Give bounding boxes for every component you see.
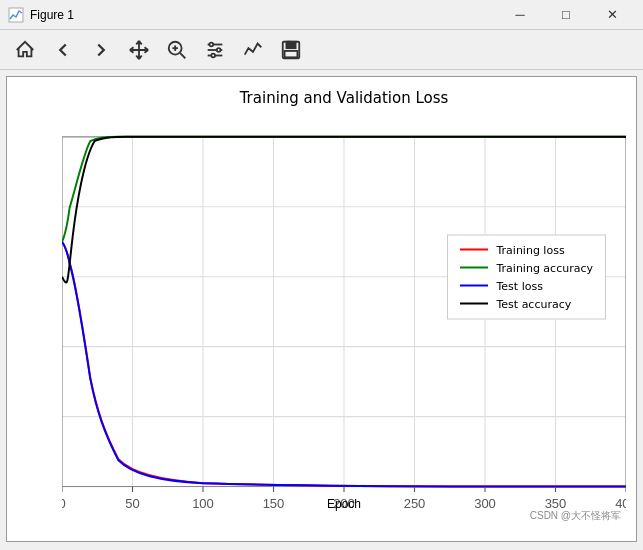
close-button[interactable]: ✕ [589,0,635,30]
save-button[interactable] [274,34,308,66]
svg-rect-13 [285,50,298,56]
legend-label-test-loss: Test loss [496,279,542,292]
legend-item-test-loss: Test loss [460,279,593,292]
back-icon [52,39,74,61]
svg-text:300: 300 [474,496,496,511]
legend-item-test-accuracy: Test accuracy [460,297,593,310]
svg-text:250: 250 [404,496,426,511]
legend-label-training-loss: Training loss [496,243,564,256]
svg-text:100: 100 [192,496,214,511]
pan-button[interactable] [122,34,156,66]
chart-legend: Training loss Training accuracy Test los… [447,234,606,319]
legend-line-training-loss [460,249,488,251]
legend-line-training-accuracy [460,267,488,269]
home-button[interactable] [8,34,42,66]
legend-item-training-accuracy: Training accuracy [460,261,593,274]
minimize-button[interactable]: ─ [497,0,543,30]
chart-plot-area: Epoch 0.0 [62,115,626,519]
zoom-icon [166,39,188,61]
chart-container: Training and Validation Loss Epoch [6,76,637,542]
title-bar: Figure 1 ─ □ ✕ [0,0,643,30]
svg-text:50: 50 [125,496,139,511]
svg-point-9 [217,48,221,52]
legend-label-test-accuracy: Test accuracy [496,297,571,310]
save-icon [280,39,302,61]
svg-point-10 [211,53,215,57]
toolbar [0,30,643,70]
back-button[interactable] [46,34,80,66]
watermark: CSDN @大不怪将军 [530,509,621,523]
window-title: Figure 1 [30,8,74,22]
home-icon [14,39,36,61]
svg-rect-0 [9,8,23,22]
configure-button[interactable] [198,34,232,66]
svg-point-8 [210,42,214,46]
configure-icon [204,39,226,61]
zoom-button[interactable] [160,34,194,66]
chart-title: Training and Validation Loss [240,89,449,107]
svg-text:150: 150 [263,496,285,511]
svg-line-2 [180,53,185,58]
edit-icon [242,39,264,61]
forward-button[interactable] [84,34,118,66]
title-bar-left: Figure 1 [8,7,74,23]
app-icon [8,7,24,23]
legend-label-training-accuracy: Training accuracy [496,261,593,274]
pan-icon [128,39,150,61]
legend-line-test-accuracy [460,303,488,305]
svg-rect-14 [288,41,290,46]
forward-icon [90,39,112,61]
window-controls: ─ □ ✕ [497,0,635,30]
edit-button[interactable] [236,34,270,66]
legend-item-training-loss: Training loss [460,243,593,256]
legend-line-test-loss [460,285,488,287]
svg-text:0: 0 [62,496,66,511]
x-axis-label: Epoch [327,497,361,511]
maximize-button[interactable]: □ [543,0,589,30]
